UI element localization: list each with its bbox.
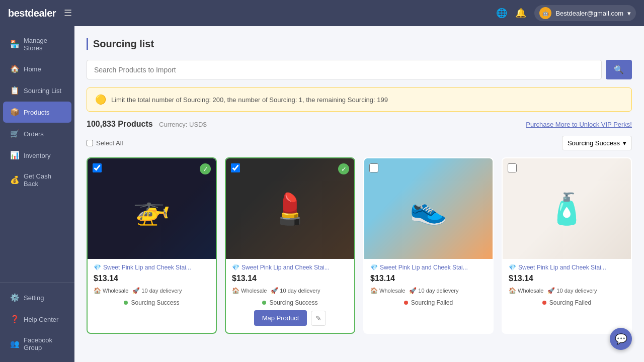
sidebar-label: Products (24, 109, 49, 116)
delivery-tag: 🚀10 day delievery (547, 287, 597, 294)
delivery-tag: 🚀10 day delievery (271, 287, 320, 294)
gem-icon: 💎 (232, 264, 239, 271)
selected-check-icon: ✓ (200, 163, 211, 174)
avatar: 🤖 (539, 7, 551, 19)
sidebar-item-sourcing-list[interactable]: 📋Sourcing List (3, 80, 71, 101)
hamburger-icon[interactable]: ☰ (64, 8, 72, 19)
topnav-left: bestdealer ☰ (8, 8, 72, 19)
select-all-label[interactable]: Select All (87, 139, 123, 147)
alert-text: Limit the total number of Sourcing: 200,… (111, 96, 388, 104)
sidebar-label: Inventory (24, 152, 50, 159)
products-header: 100,833 Products Currency: USD$ Purchase… (87, 120, 632, 129)
wholesale-tag: 🏠Wholesale (232, 287, 267, 294)
map-product-button[interactable]: Map Product (254, 310, 307, 326)
filter-row: Select All Sourcing Success ▾ (87, 136, 632, 150)
gem-icon: 💎 (370, 264, 378, 271)
chevron-down-icon: ▾ (623, 139, 626, 147)
products-count-group: 100,833 Products Currency: USD$ (87, 120, 207, 129)
sidebar-label: Setting (24, 294, 44, 302)
product-image: 🚁 (88, 158, 216, 259)
sidebar-item-help-center[interactable]: ❓Help Center (3, 309, 71, 330)
search-button[interactable]: 🔍 (606, 60, 632, 79)
sidebar-item-facebook-group[interactable]: 👥Facebook Group (3, 330, 71, 357)
product-image: 💄 (226, 158, 354, 259)
delivery-tag: 🚀10 day delievery (132, 287, 182, 294)
vip-link[interactable]: Purchase More to Unlock VIP Perks! (526, 121, 632, 128)
status-label: Sourcing Success (269, 299, 317, 306)
product-image: 🧴 (503, 158, 631, 259)
wholesale-tag: 🏠Wholesale (370, 287, 405, 294)
sidebar-item-inventory[interactable]: 📊Inventory (3, 145, 71, 166)
status-label: Sourcing Failed (411, 299, 453, 306)
house-icon: 🏠 (232, 287, 239, 294)
product-status: Sourcing Failed (509, 299, 625, 306)
sidebar-bottom: ⚙️Setting❓Help Center👥Facebook Group (0, 282, 74, 358)
sourcing-filter-dropdown[interactable]: Sourcing Success ▾ (562, 136, 632, 150)
sidebar: 🏪Manage Stores🏠Home📋Sourcing List📦Produc… (0, 26, 74, 362)
get-cash-back-icon: 💰 (10, 175, 20, 185)
user-email: Bestdealer@gmail.com (555, 10, 623, 17)
product-price: $13.14 (94, 274, 210, 283)
sidebar-item-manage-stores[interactable]: 🏪Manage Stores (3, 31, 71, 58)
product-price: $13.14 (370, 274, 487, 283)
bell-icon[interactable]: 🔔 (515, 8, 526, 19)
select-all-checkbox[interactable] (87, 140, 93, 146)
sourcing-list-icon: 📋 (10, 86, 20, 95)
chat-bubble[interactable]: 💬 (610, 328, 632, 350)
setting-icon: ⚙️ (10, 293, 20, 302)
warning-icon: 🟡 (95, 94, 106, 105)
product-card-body: 💎 Sweet Pink Lip and Cheek Stai... $13.1… (88, 259, 216, 317)
globe-icon[interactable]: 🌐 (496, 8, 507, 19)
user-menu[interactable]: 🤖 Bestdealer@gmail.com ▾ (534, 5, 636, 21)
product-checkbox[interactable] (508, 163, 517, 172)
product-name: 💎 Sweet Pink Lip and Cheek Stai... (370, 264, 487, 271)
main-content: Sourcing list 🔍 🟡 Limit the total number… (74, 26, 644, 362)
status-dot (404, 301, 408, 305)
sidebar-item-orders[interactable]: 🛒Orders (3, 123, 71, 144)
currency-label: Currency: USD$ (159, 121, 207, 128)
chevron-down-icon: ▾ (627, 10, 631, 17)
wholesale-tag: 🏠Wholesale (509, 287, 543, 294)
product-status: Sourcing Success (94, 299, 210, 306)
topnav: bestdealer ☰ 🌐 🔔 🤖 Bestdealer@gmail.com … (0, 0, 644, 26)
products-icon: 📦 (10, 108, 20, 117)
rocket-icon: 🚀 (547, 287, 555, 294)
card-actions: Map Product ✎ (232, 310, 348, 326)
rocket-icon: 🚀 (409, 287, 417, 294)
status-dot (542, 301, 546, 305)
sidebar-item-products[interactable]: 📦Products (3, 102, 71, 123)
status-label: Sourcing Success (131, 299, 179, 306)
product-tags: 🏠Wholesale 🚀10 day delievery (370, 287, 487, 294)
product-card-body: 💎 Sweet Pink Lip and Cheek Stai... $13.1… (503, 259, 631, 317)
product-price: $13.14 (509, 274, 625, 283)
product-card-body: 💎 Sweet Pink Lip and Cheek Stai... $13.1… (226, 259, 354, 333)
edit-button[interactable]: ✎ (311, 311, 326, 326)
sidebar-item-get-cash-back[interactable]: 💰Get Cash Back (3, 166, 71, 194)
sidebar-label: Sourcing List (24, 87, 61, 95)
delivery-tag: 🚀10 day delievery (409, 287, 458, 294)
product-name: 💎 Sweet Pink Lip and Cheek Stai... (232, 264, 348, 271)
product-status: Sourcing Failed (370, 299, 487, 306)
wholesale-tag: 🏠Wholesale (94, 287, 128, 294)
sidebar-label: Manage Stores (24, 37, 64, 52)
product-checkbox[interactable] (93, 163, 102, 172)
sidebar-item-home[interactable]: 🏠Home (3, 58, 71, 79)
sidebar-label: Orders (24, 130, 44, 138)
sidebar-main-items: 🏪Manage Stores🏠Home📋Sourcing List📦Produc… (0, 30, 74, 194)
product-card: 🧴 💎 Sweet Pink Lip and Cheek Stai... $13… (502, 157, 632, 334)
rocket-icon: 🚀 (271, 287, 278, 294)
product-card: 👟 💎 Sweet Pink Lip and Cheek Stai... $13… (363, 157, 494, 334)
product-tags: 🏠Wholesale 🚀10 day delievery (94, 287, 210, 294)
orders-icon: 🛒 (10, 129, 20, 138)
selected-check-icon: ✓ (338, 163, 349, 174)
sidebar-label: Facebook Group (24, 336, 64, 351)
inventory-icon: 📊 (10, 151, 20, 160)
page-title: Sourcing list (87, 38, 632, 50)
status-dot (124, 301, 128, 305)
house-icon: 🏠 (370, 287, 378, 294)
sidebar-item-setting[interactable]: ⚙️Setting (3, 287, 71, 308)
product-checkbox[interactable] (369, 163, 378, 172)
logo: bestdealer (8, 8, 56, 19)
product-checkbox[interactable] (231, 163, 240, 172)
search-input[interactable] (87, 60, 602, 79)
